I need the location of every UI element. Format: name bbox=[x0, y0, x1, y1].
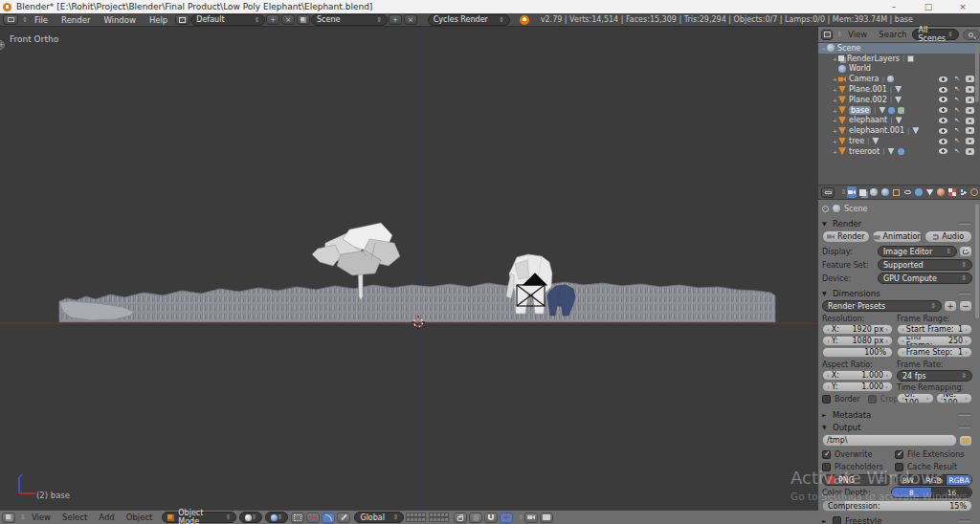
viewport-3d[interactable]: Front Ortho + (2) base bbox=[0, 27, 818, 510]
outliner-item-renderlayers[interactable]: + RenderLayers | bbox=[818, 54, 980, 64]
selectability-cursor-icon[interactable]: ↖ bbox=[954, 85, 960, 93]
selectability-cursor-icon[interactable]: ↖ bbox=[954, 137, 960, 144]
section-dimensions[interactable]: ▼ Dimensions bbox=[822, 287, 972, 299]
step-right-icon[interactable]: › bbox=[926, 395, 929, 403]
snap-magnet-icon[interactable] bbox=[484, 513, 498, 523]
tab-texture[interactable] bbox=[947, 186, 958, 198]
renderability-camera-icon[interactable] bbox=[966, 76, 974, 82]
audio-button[interactable]: Audio bbox=[924, 230, 972, 243]
selectability-cursor-icon[interactable]: ↖ bbox=[954, 126, 960, 134]
render-engine-selector[interactable]: Cycles Render ⇕ bbox=[428, 14, 510, 26]
step-right-icon[interactable]: › bbox=[965, 338, 968, 345]
color-mode-rgba[interactable]: RGBA bbox=[947, 475, 971, 485]
menu-help[interactable]: Help bbox=[143, 15, 174, 25]
remove-preset-button[interactable]: − bbox=[959, 300, 972, 312]
scene-selector[interactable]: Scene ⇕ bbox=[311, 14, 388, 26]
minimize-button[interactable]: – bbox=[877, 2, 911, 11]
screen-layout-icon[interactable] bbox=[175, 14, 189, 25]
step-right-icon[interactable]: › bbox=[965, 395, 968, 403]
add-layout-button[interactable]: + bbox=[266, 14, 279, 25]
viewport-menu-view[interactable]: View bbox=[26, 513, 56, 522]
maximize-button[interactable]: □ bbox=[911, 2, 946, 11]
transform-orientation-selector[interactable]: Global ⇕ bbox=[354, 512, 404, 523]
outliner-scrollbar[interactable] bbox=[975, 45, 979, 102]
visibility-eye-icon[interactable] bbox=[939, 87, 947, 93]
display-lock-icon[interactable] bbox=[959, 246, 972, 257]
frame-step-field[interactable]: ‹ Frame Step: 1 › bbox=[897, 347, 972, 358]
outliner-item-tree[interactable]: + tree | ↖ bbox=[818, 136, 980, 146]
tab-scene[interactable] bbox=[869, 186, 880, 198]
compression-slider[interactable]: Compression: 15% bbox=[822, 500, 972, 512]
proportional-edit-icon[interactable] bbox=[469, 513, 482, 523]
outliner-item-elephaant001[interactable]: + elephaant.001 | ↖ bbox=[818, 125, 980, 136]
render-opengl-icon[interactable] bbox=[524, 513, 538, 523]
selectability-cursor-icon[interactable]: ↖ bbox=[954, 96, 960, 103]
rotate-manipulator-icon[interactable] bbox=[322, 513, 335, 523]
visibility-eye-icon[interactable] bbox=[939, 76, 947, 82]
step-right-icon[interactable]: › bbox=[965, 349, 968, 357]
snap-element-icon[interactable] bbox=[500, 513, 513, 523]
expand-toggle-icon[interactable]: + bbox=[832, 55, 838, 62]
visibility-eye-icon[interactable] bbox=[939, 148, 947, 154]
scene-browse-icon[interactable] bbox=[297, 14, 310, 25]
outliner-item-treeroot[interactable]: + treeroot | ↖ bbox=[818, 146, 980, 157]
file-format-selector[interactable]: PNG ⇕ bbox=[822, 474, 891, 486]
renderability-camera-icon[interactable] bbox=[966, 97, 974, 103]
tab-world[interactable] bbox=[880, 186, 891, 198]
resolution-x-field[interactable]: ‹ X: 1920 px › bbox=[822, 324, 893, 335]
render-presets-selector[interactable]: Render Presets ⇕ bbox=[822, 300, 942, 312]
remap-old-field[interactable]: ‹ Ol: 100 › bbox=[897, 393, 934, 404]
outliner-filter-selector[interactable]: All Scenes ⇕ bbox=[912, 29, 958, 40]
expand-toggle-icon[interactable]: + bbox=[832, 76, 838, 82]
render-opengl-anim-icon[interactable] bbox=[540, 513, 553, 523]
animation-button[interactable]: Animation bbox=[872, 230, 924, 243]
visibility-eye-icon[interactable] bbox=[939, 118, 947, 123]
crop-checkbox[interactable] bbox=[868, 395, 877, 404]
selectability-cursor-icon[interactable]: ↖ bbox=[954, 147, 960, 155]
overwrite-checkbox[interactable] bbox=[822, 450, 831, 459]
remap-new-field[interactable]: ‹ Ne: 100 › bbox=[936, 393, 973, 404]
properties-editor-icon[interactable] bbox=[821, 187, 835, 198]
step-left-icon[interactable]: ‹ bbox=[827, 326, 830, 334]
section-render[interactable]: ▼ Render bbox=[822, 217, 972, 229]
section-metadata[interactable]: ► Metadata bbox=[822, 408, 972, 421]
expand-toggle-icon[interactable]: − bbox=[820, 45, 827, 52]
file-extensions-checkbox[interactable] bbox=[895, 450, 903, 459]
display-selector[interactable]: Image Editor ⇕ bbox=[878, 246, 957, 257]
close-button[interactable]: × bbox=[946, 2, 980, 11]
layer-buttons[interactable] bbox=[406, 513, 425, 522]
step-left-icon[interactable]: ‹ bbox=[902, 338, 904, 345]
menu-render[interactable]: Render bbox=[55, 15, 97, 25]
viewport-menu-object[interactable]: Object bbox=[121, 513, 159, 522]
step-right-icon[interactable]: › bbox=[885, 326, 888, 334]
tab-object[interactable] bbox=[891, 186, 902, 198]
start-frame-field[interactable]: ‹ Start Frame: 1 › bbox=[897, 324, 972, 335]
outliner-item-base[interactable]: + base | ↖ bbox=[818, 105, 980, 116]
outliner-item-plane002[interactable]: + Plane.002 | ↖ bbox=[818, 95, 980, 105]
expand-toggle-icon[interactable]: + bbox=[832, 86, 838, 93]
step-right-icon[interactable]: › bbox=[885, 372, 888, 380]
outliner-item-elephaant[interactable]: + elephaant | ↖ bbox=[818, 116, 980, 126]
frame-rate-selector[interactable]: 24 fps ⇕ bbox=[897, 370, 972, 382]
selectability-cursor-icon[interactable]: ↖ bbox=[954, 106, 960, 114]
freestyle-checkbox[interactable] bbox=[833, 516, 841, 524]
delete-scene-button[interactable]: × bbox=[404, 14, 417, 25]
outliner-item-plane001[interactable]: + Plane.001 | ↖ bbox=[818, 84, 980, 95]
color-mode-bw[interactable]: BW bbox=[896, 475, 922, 485]
tab-modifiers[interactable] bbox=[914, 186, 924, 198]
visibility-eye-icon[interactable] bbox=[939, 107, 947, 113]
add-scene-button[interactable]: + bbox=[389, 14, 402, 25]
tab-render-layers[interactable] bbox=[858, 186, 868, 198]
placeholders-checkbox[interactable] bbox=[822, 463, 831, 471]
viewport-menu-select[interactable]: Select bbox=[56, 513, 93, 522]
properties-scrollbar[interactable] bbox=[975, 204, 979, 318]
menu-window[interactable]: Window bbox=[97, 15, 143, 25]
renderability-camera-icon[interactable] bbox=[966, 138, 974, 144]
translate-manipulator-icon[interactable] bbox=[306, 513, 320, 523]
expand-toggle-icon[interactable]: + bbox=[832, 138, 838, 144]
selectability-cursor-icon[interactable]: ↖ bbox=[954, 117, 960, 124]
pin-icon[interactable] bbox=[822, 206, 829, 212]
outliner-item-scene[interactable]: − Scene bbox=[818, 43, 980, 54]
step-left-icon[interactable]: ‹ bbox=[827, 338, 830, 345]
outliner-menu-view[interactable]: View bbox=[842, 30, 873, 39]
